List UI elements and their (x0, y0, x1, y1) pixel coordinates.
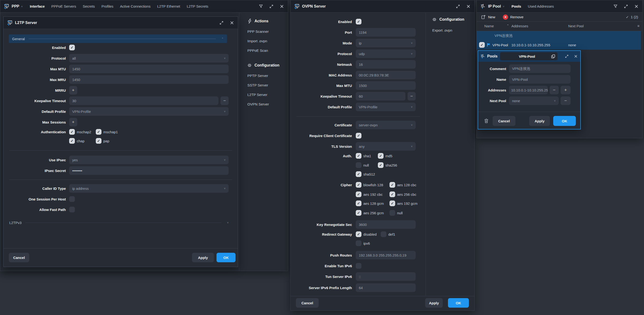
row-checkbox[interactable] (479, 42, 485, 48)
tab-pppoe-servers[interactable]: PPPoE Servers (51, 4, 76, 8)
comment-input[interactable]: VPN连接池 (509, 64, 570, 73)
apply-button[interactable]: Apply (529, 116, 550, 126)
apply-button[interactable]: Apply (192, 253, 214, 262)
redirect-ipv6-option[interactable]: ipv6 (356, 240, 370, 246)
server-ipv6-prefix-input[interactable]: 64 (356, 284, 416, 292)
cipher-aes192gcm-option[interactable]: aes 192 gcm (390, 200, 418, 206)
apply-button[interactable]: Apply (425, 298, 443, 308)
mode-select[interactable]: ip˅ (356, 39, 416, 47)
mrru-add-button[interactable]: + (69, 86, 77, 94)
caller-id-type-select[interactable]: ip address˅ (69, 184, 228, 193)
name-input[interactable]: VPN-Pool (509, 75, 570, 84)
l2tpv3-section-header[interactable]: L2TPv3 ˅ (9, 218, 228, 227)
filter-icon[interactable] (613, 4, 618, 8)
allow-fast-path-checkbox[interactable] (69, 207, 75, 212)
ok-button[interactable]: OK (553, 116, 576, 126)
config-pptp-server[interactable]: PPTP Server (248, 74, 288, 78)
cipher-aes256cbc-option[interactable]: aes 256 cbc (390, 192, 416, 197)
trash-icon[interactable] (484, 118, 489, 123)
maximize-icon[interactable] (456, 4, 460, 8)
use-ipsec-select[interactable]: yes˅ (69, 156, 228, 164)
ip-pool-titlebar[interactable]: IP Pool ˅ Pools Used Addresses (477, 0, 642, 12)
chevron-down-icon[interactable]: ˅ (503, 5, 504, 8)
action-ppp-scanner[interactable]: PPP Scanner (248, 30, 288, 34)
keepalive-remove-button[interactable]: − (220, 96, 228, 105)
tab-pools[interactable]: Pools (512, 4, 521, 8)
tun-server-ipv6-input[interactable]: :: (356, 272, 416, 281)
keepalive-input[interactable]: 30 (69, 96, 218, 105)
mac-address-input[interactable]: 00:0C:29:B3:78:3E (356, 71, 416, 79)
pools-titlebar[interactable]: Pools VPN-Pool (478, 51, 580, 62)
require-client-certificate-checkbox[interactable] (356, 133, 362, 138)
auth-pap-option[interactable]: pap (96, 138, 109, 144)
close-icon[interactable] (280, 4, 284, 8)
auth-sha512-option[interactable]: sha512 (356, 171, 375, 177)
tab-secrets[interactable]: Secrets (83, 4, 95, 8)
max-mtu-input[interactable]: 1500 (356, 81, 416, 90)
ok-button[interactable]: OK (448, 298, 469, 308)
copy-icon[interactable] (551, 54, 556, 59)
port-input[interactable]: 1194 (356, 28, 416, 36)
tab-l2tp-ethernet[interactable]: L2TP Ethernet (157, 4, 180, 8)
auth-mschap2-option[interactable]: mschap2 (69, 129, 96, 135)
addresses-remove-button[interactable]: − (550, 86, 559, 94)
ovpn-titlebar[interactable]: OVPN Server (291, 0, 474, 12)
chevron-down-icon[interactable]: ˅ (21, 5, 22, 8)
column-name[interactable]: Name (484, 24, 494, 28)
redirect-def1-option[interactable]: def1 (381, 232, 395, 237)
general-section-header[interactable]: General ⌃ (9, 34, 227, 43)
ok-button[interactable]: OK (216, 253, 236, 262)
next-pool-remove-button[interactable]: − (560, 96, 570, 105)
config-sstp-server[interactable]: SSTP Server (248, 83, 288, 87)
column-addresses[interactable]: Addresses (512, 24, 528, 28)
addresses-input[interactable]: 10.10.0.1-10.10.255.255 (509, 86, 548, 94)
cipher-null-option[interactable]: null (390, 210, 402, 216)
filter-icon[interactable] (259, 4, 263, 8)
auth-chap-option[interactable]: chap (69, 138, 96, 144)
maximize-icon[interactable] (565, 54, 569, 58)
keepalive-remove-button[interactable]: − (408, 92, 416, 100)
default-profile-select[interactable]: VPN-Profile˅ (356, 102, 416, 111)
tab-l2tp-secrets[interactable]: L2TP Secrets (187, 4, 208, 8)
cipher-blowfish128-option[interactable]: blowfish 128 (356, 182, 390, 188)
sort-asc-icon[interactable]: ⌃ (507, 24, 509, 27)
cipher-aes128cbc-option[interactable]: aes 128 cbc (390, 182, 416, 188)
maximize-icon[interactable] (624, 4, 628, 8)
auth-sha256-option[interactable]: sha256 (378, 162, 397, 168)
netmask-input[interactable]: 16 (356, 60, 416, 69)
cancel-button[interactable]: Cancel (9, 253, 29, 262)
table-row[interactable]: VPN-Pool 10.10.0.1-10.10.255.255 none (477, 40, 641, 50)
auth-null-option[interactable]: null (356, 162, 378, 168)
cipher-aes128gcm-option[interactable]: aes 128 gcm (356, 200, 390, 206)
tab-interface[interactable]: Interface (30, 4, 45, 8)
addresses-add-button[interactable]: + (560, 86, 570, 94)
enable-tun-ipv6-checkbox[interactable] (356, 263, 362, 269)
certificate-select[interactable]: server-ovpn˅ (356, 121, 416, 129)
tab-profiles[interactable]: Profiles (102, 4, 113, 8)
redirect-disabled-option[interactable]: disabled (356, 232, 381, 237)
push-routes-input[interactable]: 192.168.3.0 255.255.255.0,19 (356, 251, 416, 260)
auth-md5-option[interactable]: md5 (378, 153, 392, 159)
max-sessions-add-button[interactable]: + (69, 118, 77, 126)
close-icon[interactable] (466, 4, 470, 8)
tab-used-addresses[interactable]: Used Addresses (528, 4, 554, 8)
record-name-badge[interactable]: VPN-Pool (500, 52, 558, 60)
close-icon[interactable] (634, 4, 638, 8)
action-pppoe-scan[interactable]: PPPoE Scan (248, 48, 288, 52)
auth-sha1-option[interactable]: sha1 (356, 153, 378, 159)
cancel-button[interactable]: Cancel (296, 298, 319, 308)
remove-button[interactable]: ✕ Remove (503, 14, 524, 20)
max-mru-input[interactable]: 1450 (69, 75, 228, 84)
protocol-select[interactable]: all˅ (69, 54, 228, 62)
enabled-checkbox[interactable] (69, 45, 75, 50)
config-ovpn-server[interactable]: OVPN Server (248, 102, 288, 106)
action-import-ovpn[interactable]: Import .ovpn (248, 39, 288, 43)
export-ovpn-item[interactable]: Export .ovpn (432, 28, 472, 32)
maximize-icon[interactable] (269, 4, 274, 8)
cipher-aes256gcm-option[interactable]: aes 256 gcm (356, 210, 390, 216)
enabled-checkbox[interactable] (356, 19, 362, 24)
config-l2tp-server[interactable]: L2TP Server (248, 93, 288, 97)
columns-menu-icon[interactable]: ≡ (637, 24, 640, 28)
keepalive-input[interactable]: 60 (356, 92, 406, 100)
tls-version-select[interactable]: any˅ (356, 142, 416, 150)
